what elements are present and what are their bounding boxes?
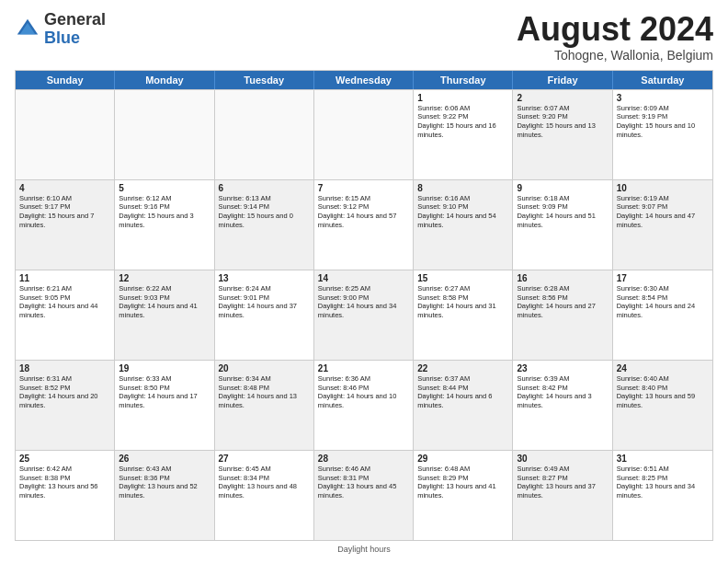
- day-number: 6: [219, 183, 310, 193]
- cal-row: 11 Sunrise: 6:21 AM Sunset: 9:05 PM Dayl…: [16, 270, 712, 360]
- day-number: 17: [617, 273, 709, 283]
- sunset: Sunset: 8:25 PM: [617, 474, 709, 483]
- sunset: Sunset: 8:54 PM: [617, 293, 709, 303]
- sunset: Sunset: 8:50 PM: [119, 384, 210, 393]
- cal-cell: 9 Sunrise: 6:18 AM Sunset: 9:09 PM Dayli…: [513, 180, 612, 270]
- daylight: Daylight: 15 hours and 10 minutes.: [617, 121, 709, 140]
- cal-cell: 17 Sunrise: 6:30 AM Sunset: 8:54 PM Dayl…: [613, 270, 712, 360]
- sunrise: Sunrise: 6:21 AM: [19, 284, 110, 293]
- header: General Blue August 2024 Tohogne, Wallon…: [15, 11, 713, 63]
- sunrise: Sunrise: 6:06 AM: [417, 104, 508, 113]
- sunrise: Sunrise: 6:19 AM: [617, 194, 709, 203]
- day-number: 27: [219, 454, 310, 464]
- daylight: Daylight: 14 hours and 17 minutes.: [119, 392, 210, 410]
- sunset: Sunset: 9:20 PM: [517, 112, 608, 121]
- cal-row: 4 Sunrise: 6:10 AM Sunset: 9:17 PM Dayli…: [16, 179, 712, 270]
- calendar-header: SundayMondayTuesdayWednesdayThursdayFrid…: [16, 71, 712, 89]
- sunset: Sunset: 8:27 PM: [517, 474, 608, 483]
- cal-cell: 14 Sunrise: 6:25 AM Sunset: 9:00 PM Dayl…: [314, 270, 414, 360]
- sunset: Sunset: 9:16 PM: [119, 202, 210, 212]
- cal-cell: [16, 90, 115, 179]
- sunrise: Sunrise: 6:39 AM: [517, 374, 608, 384]
- calendar-body: 1 Sunrise: 6:06 AM Sunset: 9:22 PM Dayli…: [16, 89, 712, 540]
- sunset: Sunset: 8:46 PM: [318, 384, 409, 393]
- daylight: Daylight: 14 hours and 57 minutes.: [318, 212, 409, 230]
- cal-cell: 5 Sunrise: 6:12 AM Sunset: 9:16 PM Dayli…: [115, 180, 214, 270]
- day-number: 11: [19, 273, 110, 283]
- sunrise: Sunrise: 6:13 AM: [219, 194, 310, 203]
- daylight: Daylight: 14 hours and 31 minutes.: [417, 302, 508, 320]
- day-number: 16: [517, 273, 608, 283]
- daylight: Daylight: 14 hours and 37 minutes.: [219, 302, 310, 320]
- sunrise: Sunrise: 6:10 AM: [19, 194, 110, 203]
- cal-cell: 12 Sunrise: 6:22 AM Sunset: 9:03 PM Dayl…: [115, 270, 214, 360]
- day-number: 28: [318, 454, 409, 464]
- day-number: 4: [19, 183, 110, 193]
- sunrise: Sunrise: 6:24 AM: [219, 284, 310, 293]
- sunset: Sunset: 8:38 PM: [19, 474, 110, 483]
- sunset: Sunset: 9:19 PM: [617, 112, 709, 121]
- sunset: Sunset: 9:22 PM: [417, 112, 508, 121]
- sunrise: Sunrise: 6:07 AM: [517, 104, 608, 113]
- daylight: Daylight: 14 hours and 41 minutes.: [119, 302, 210, 320]
- sunrise: Sunrise: 6:09 AM: [617, 104, 709, 113]
- daylight: Daylight: 14 hours and 47 minutes.: [617, 212, 709, 230]
- month-title: August 2024: [517, 11, 713, 48]
- cal-cell: 8 Sunrise: 6:16 AM Sunset: 9:10 PM Dayli…: [414, 180, 513, 270]
- cal-row: 25 Sunrise: 6:42 AM Sunset: 8:38 PM Dayl…: [16, 450, 712, 540]
- sunset: Sunset: 8:56 PM: [517, 293, 608, 303]
- sunset: Sunset: 9:05 PM: [19, 293, 110, 303]
- daylight: Daylight: 13 hours and 48 minutes.: [219, 482, 310, 500]
- sunrise: Sunrise: 6:15 AM: [318, 194, 409, 203]
- sunrise: Sunrise: 6:48 AM: [417, 465, 508, 474]
- day-number: 25: [19, 454, 110, 464]
- cal-cell: [115, 90, 214, 179]
- sunrise: Sunrise: 6:28 AM: [517, 284, 608, 293]
- sunset: Sunset: 8:58 PM: [417, 293, 508, 303]
- cal-cell: 23 Sunrise: 6:39 AM Sunset: 8:42 PM Dayl…: [513, 361, 612, 450]
- sunset: Sunset: 9:07 PM: [617, 202, 709, 212]
- day-number: 5: [119, 183, 210, 193]
- daylight: Daylight: 15 hours and 0 minutes.: [219, 212, 310, 230]
- sunrise: Sunrise: 6:34 AM: [219, 374, 310, 384]
- cal-cell: 21 Sunrise: 6:36 AM Sunset: 8:46 PM Dayl…: [314, 361, 414, 450]
- day-number: 13: [219, 273, 310, 283]
- cal-cell: 13 Sunrise: 6:24 AM Sunset: 9:01 PM Dayl…: [215, 270, 314, 360]
- sunrise: Sunrise: 6:45 AM: [219, 465, 310, 474]
- day-number: 31: [617, 454, 709, 464]
- cal-cell: 6 Sunrise: 6:13 AM Sunset: 9:14 PM Dayli…: [215, 180, 314, 270]
- day-header-saturday: Saturday: [613, 71, 712, 89]
- sunset: Sunset: 8:42 PM: [517, 384, 608, 393]
- sunrise: Sunrise: 6:18 AM: [517, 194, 608, 203]
- sunset: Sunset: 9:03 PM: [119, 293, 210, 303]
- sunset: Sunset: 9:01 PM: [219, 293, 310, 303]
- cal-row: 1 Sunrise: 6:06 AM Sunset: 9:22 PM Dayli…: [16, 89, 712, 179]
- day-number: 23: [517, 363, 608, 373]
- cal-cell: 15 Sunrise: 6:27 AM Sunset: 8:58 PM Dayl…: [414, 270, 513, 360]
- daylight: Daylight: 14 hours and 3 minutes.: [517, 392, 608, 410]
- sunset: Sunset: 8:31 PM: [318, 474, 409, 483]
- sunset: Sunset: 8:48 PM: [219, 384, 310, 393]
- daylight: Daylight: 15 hours and 3 minutes.: [119, 212, 210, 230]
- daylight: Daylight: 14 hours and 24 minutes.: [617, 302, 709, 320]
- logo-blue: Blue: [44, 29, 80, 47]
- cal-cell: 16 Sunrise: 6:28 AM Sunset: 8:56 PM Dayl…: [513, 270, 612, 360]
- cal-cell: 25 Sunrise: 6:42 AM Sunset: 8:38 PM Dayl…: [16, 451, 115, 540]
- cal-cell: 7 Sunrise: 6:15 AM Sunset: 9:12 PM Dayli…: [314, 180, 414, 270]
- day-number: 7: [318, 183, 409, 193]
- logo-icon: [15, 17, 40, 42]
- cal-cell: 11 Sunrise: 6:21 AM Sunset: 9:05 PM Dayl…: [16, 270, 115, 360]
- sunset: Sunset: 9:10 PM: [417, 202, 508, 212]
- cal-cell: 22 Sunrise: 6:37 AM Sunset: 8:44 PM Dayl…: [414, 361, 513, 450]
- day-number: 12: [119, 273, 210, 283]
- cal-cell: 27 Sunrise: 6:45 AM Sunset: 8:34 PM Dayl…: [215, 451, 314, 540]
- sunset: Sunset: 8:40 PM: [617, 384, 709, 393]
- daylight: Daylight: 14 hours and 13 minutes.: [219, 392, 310, 410]
- cal-cell: 31 Sunrise: 6:51 AM Sunset: 8:25 PM Dayl…: [613, 451, 712, 540]
- sunrise: Sunrise: 6:31 AM: [19, 374, 110, 384]
- day-header-friday: Friday: [513, 71, 612, 89]
- daylight: Daylight: 13 hours and 59 minutes.: [617, 392, 709, 410]
- daylight: Daylight: 15 hours and 13 minutes.: [517, 121, 608, 140]
- sunrise: Sunrise: 6:27 AM: [417, 284, 508, 293]
- calendar: SundayMondayTuesdayWednesdayThursdayFrid…: [15, 70, 713, 541]
